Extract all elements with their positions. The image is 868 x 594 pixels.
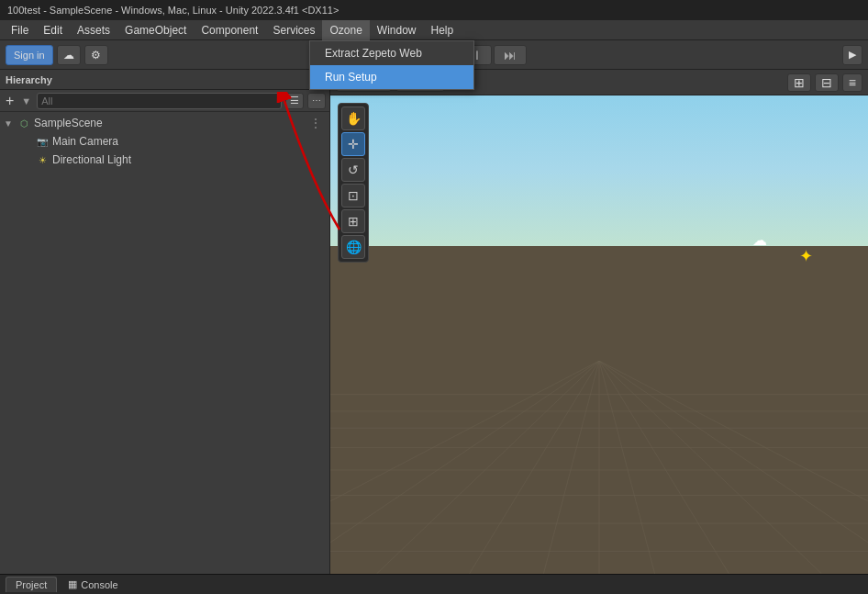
scene-icon: ⬡ (17, 116, 31, 130)
hierarchy-title: Hierarchy (6, 74, 52, 85)
gizmos-button[interactable]: ⊞ (787, 73, 811, 92)
move-tool-button[interactable]: ✛ (341, 132, 365, 156)
extract-zepeto-web-item[interactable]: Extract Zepeto Web (310, 41, 473, 65)
hierarchy-panel: Hierarchy + ▼ ☰ ⋯ ▼ ⬡ SampleScene ⋮ 📷 Ma… (0, 70, 330, 574)
rotate-tool-button[interactable]: ↺ (341, 158, 365, 182)
scene-view: ☁ ✦ Center ▼ Local ▼ ⊞ ⊟ ≡ ✋ ✛ ↺ ⊡ ⊞ 🌐 (330, 70, 868, 574)
hierarchy-search-input[interactable] (37, 93, 282, 109)
tree-arrow-samplescene: ▼ (4, 118, 17, 129)
status-bar: Project ▦ Console (0, 574, 868, 594)
gear-button[interactable]: ⚙ (84, 45, 108, 65)
menu-ozone[interactable]: Ozone (322, 20, 369, 40)
menu-bar: File Edit Assets GameObject Component Se… (0, 20, 868, 40)
cloud-button[interactable]: ☁ (57, 45, 81, 65)
tab-console[interactable]: ▦ Console (59, 577, 127, 592)
directional-light-label: Directional Light (52, 153, 131, 166)
menu-component[interactable]: Component (194, 20, 265, 40)
svg-line-16 (599, 361, 868, 574)
menu-edit[interactable]: Edit (36, 20, 70, 40)
scene-ground (330, 246, 868, 574)
cloud-icon: ☁ (63, 49, 74, 62)
console-tab-icon: ▦ (68, 578, 77, 590)
svg-line-14 (599, 361, 821, 574)
light-icon: ☀ (35, 152, 50, 167)
hierarchy-more-button[interactable]: ⋯ (307, 93, 326, 109)
title-bar: 100test - SampleScene - Windows, Mac, Li… (0, 0, 868, 20)
gear-icon: ⚙ (91, 49, 101, 62)
stats-button[interactable]: ≡ (842, 73, 862, 92)
menu-services[interactable]: Services (265, 20, 322, 40)
scene-grid (330, 361, 868, 574)
menu-assets[interactable]: Assets (70, 20, 117, 40)
transform-tool-button[interactable]: 🌐 (341, 235, 365, 259)
hierarchy-tree: ▼ ⬡ SampleScene ⋮ 📷 Main Camera ☀ Direct… (0, 112, 329, 574)
rect-tool-button[interactable]: ⊞ (341, 209, 365, 233)
run-setup-item[interactable]: Run Setup (310, 65, 473, 89)
tab-project[interactable]: Project (6, 577, 57, 592)
tree-item-samplescene[interactable]: ▼ ⬡ SampleScene ⋮ (0, 114, 329, 132)
svg-line-17 (330, 361, 599, 574)
sign-in-label: Sign in (14, 50, 45, 61)
title-text: 100test - SampleScene - Windows, Mac, Li… (7, 5, 339, 16)
hand-tool-button[interactable]: ✋ (341, 106, 365, 130)
extract-zepeto-web-label: Extract Zepeto Web (325, 47, 422, 60)
menu-gameobject[interactable]: GameObject (117, 20, 194, 40)
scene-dots-menu[interactable]: ⋮ (309, 116, 322, 130)
tree-item-main-camera[interactable]: 📷 Main Camera (0, 132, 329, 151)
svg-line-9 (470, 361, 599, 574)
menu-window[interactable]: Window (370, 20, 424, 40)
scene-name: SampleScene (34, 117, 103, 129)
scene-sky (330, 70, 868, 272)
sign-in-button[interactable]: Sign in (6, 45, 53, 65)
menu-help[interactable]: Help (424, 20, 462, 40)
hierarchy-dropdown-arrow[interactable]: ▼ (19, 95, 33, 106)
svg-line-15 (330, 361, 599, 574)
menu-file[interactable]: File (4, 20, 36, 40)
collab-button[interactable]: ▶ (842, 45, 862, 65)
svg-line-13 (599, 361, 729, 574)
transform-tools: ✋ ✛ ↺ ⊡ ⊞ 🌐 (338, 103, 369, 263)
main-camera-label: Main Camera (52, 135, 118, 148)
step-button[interactable]: ⏭ (494, 45, 527, 65)
scene-cloud: ☁ (752, 231, 767, 249)
tree-item-directional-light[interactable]: ☀ Directional Light (0, 151, 329, 169)
camera-icon: 📷 (35, 134, 50, 149)
svg-line-8 (377, 361, 599, 574)
project-tab-label: Project (16, 579, 47, 590)
scale-tool-button[interactable]: ⊡ (341, 184, 365, 207)
main-layout: Hierarchy + ▼ ☰ ⋯ ▼ ⬡ SampleScene ⋮ 📷 Ma… (0, 70, 868, 574)
ozone-dropdown-menu: Extract Zepeto Web Run Setup (309, 40, 474, 90)
console-tab-label: Console (81, 579, 117, 590)
hierarchy-add-button[interactable]: + (4, 93, 16, 109)
svg-line-18 (599, 361, 868, 574)
hierarchy-header: Hierarchy (0, 70, 329, 90)
scene-sun: ✦ (799, 246, 813, 266)
hierarchy-toolbar: + ▼ ☰ ⋯ (0, 90, 329, 112)
hierarchy-filter-button[interactable]: ☰ (285, 93, 304, 109)
run-setup-label: Run Setup (325, 71, 377, 84)
grid-button[interactable]: ⊟ (815, 73, 839, 92)
